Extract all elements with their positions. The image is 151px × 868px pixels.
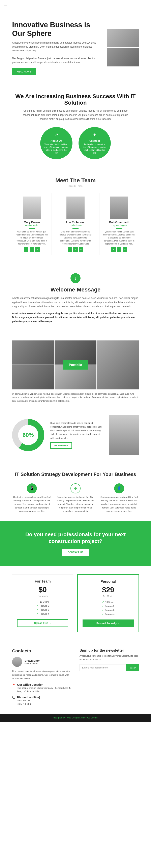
contact-person-text: First contact here for all information r… <box>12 670 72 680</box>
newsletter-send-button[interactable]: SEND <box>126 664 139 671</box>
footer-brand: Web Design Studio Two Clients <box>67 716 98 719</box>
team-cards: Mary Brown creative leader Quis enim ad … <box>12 193 139 255</box>
pricing-feature-free-2: Feature 2 <box>17 604 68 607</box>
member-text-ann: Quis enim ad minim veniam quis nostrud e… <box>59 230 92 245</box>
portfolio-image-4 <box>12 365 54 390</box>
contact-person-name: Brown Mary <box>25 659 40 662</box>
portfolio-image-1 <box>12 340 54 365</box>
hamburger-menu[interactable]: ☰ <box>0 0 151 8</box>
instagram-icon-mary[interactable]: in <box>35 247 40 252</box>
stats-read-more-button[interactable]: READ MORE <box>50 442 72 448</box>
about-text: Venenatis. Sed in mollis mi eros. Click … <box>44 143 69 154</box>
team-card-mary: Mary Brown creative leader Quis enim ad … <box>12 193 52 255</box>
portfolio-overlay: Portfolio <box>63 360 88 370</box>
cta-button[interactable]: CONTACT US <box>62 549 89 556</box>
divider-bob <box>116 228 122 229</box>
facebook-icon-mary[interactable]: f <box>24 247 28 252</box>
pricing-feature-free-1: 10 Users <box>17 600 68 603</box>
team-title: Meet The Team <box>12 177 139 184</box>
social-icons-bob: f t in <box>103 247 135 252</box>
strategy-grid: 📱 Contentus praesus keyboard Key Surf tr… <box>12 484 139 513</box>
portfolio-text: Ut enim ad minim veniam, quis nostrud ex… <box>12 392 139 403</box>
avatar-ann <box>67 196 84 219</box>
strategy-icon-2: ⚙ <box>71 484 80 493</box>
pricing-section: For Team $0 Per Month 10 Users Feature 2… <box>0 566 151 640</box>
strategy-item-1: 📱 Contentus praesus keyboard Key Surf tr… <box>12 484 52 513</box>
it-section: We Are Increasing Business Success With … <box>0 83 151 169</box>
pricing-title-personal: Personal <box>82 580 134 584</box>
instagram-icon-bob[interactable]: in <box>123 247 127 252</box>
pricing-feature-free-4: Feature 4 <box>17 613 68 615</box>
address-lines: The Interior Design Studio Company Title… <box>17 686 72 693</box>
divider-ann <box>73 228 78 229</box>
social-icons-ann: f t in <box>59 247 92 252</box>
cta-section: Do you need professionals for your next … <box>0 521 151 566</box>
contact-address: 📍 Our Office Location The Interior Desig… <box>12 683 72 693</box>
twitter-icon-ann[interactable]: t <box>73 247 78 252</box>
strategy-text-2: Contentus praesus keyboard Key Surf trai… <box>56 495 96 513</box>
pricing-card-free: For Team $0 Per Month 10 Users Feature 2… <box>12 574 73 632</box>
strategy-section: IT Solution Strategy Development For You… <box>0 463 151 521</box>
pricing-title-free: For Team <box>17 579 68 584</box>
pricing-feature-free-3: Feature 3 <box>17 609 68 611</box>
newsletter-email-input[interactable] <box>79 664 126 671</box>
pricing-feature-personal-1: 10 Users <box>82 600 134 603</box>
member-name-mary: Mary Brown <box>16 221 48 224</box>
it-title: We Are Increasing Business Success With … <box>12 93 139 106</box>
stats-percentage: 60% <box>23 432 34 438</box>
facebook-icon-ann[interactable]: f <box>68 247 72 252</box>
newsletter-text: Amet luctus venenatis lectus for all eve… <box>79 654 139 661</box>
phone-number-1: +912 5187887 <box>17 699 40 703</box>
pricing-btn-free[interactable]: Upload Free → <box>17 619 68 627</box>
twitter-icon-mary[interactable]: t <box>30 247 34 252</box>
pricing-price-personal: $29 <box>82 586 134 594</box>
hero-paragraph2: Nec feugiat nisl pretium fusce at justo … <box>12 57 103 64</box>
hero-section: Innovative Business is Our Sphere Amet l… <box>0 8 151 83</box>
twitter-icon-bob[interactable]: t <box>117 247 121 252</box>
create-text: Furius ulec to lorem the text. Click aga… <box>82 143 107 154</box>
pricing-feature-personal-4: Feature 4 <box>82 613 134 616</box>
portfolio-image-3 <box>97 340 139 390</box>
create-title: Create It <box>90 139 100 142</box>
pricing-card-personal: Personal $29 Per Month 10 Users Feature … <box>77 574 139 632</box>
stats-description: Diam quis erat malesuada sed. In sapien … <box>50 421 103 440</box>
pricing-btn-personal[interactable]: Proceed Annually → <box>82 619 134 627</box>
pricing-features-free: 10 Users Feature 2 Feature 3 Feature 4 <box>17 600 68 615</box>
it-card-create: ✦ Create It Furius ulec to lorem the tex… <box>78 127 111 159</box>
stats-inner: 60% <box>18 425 38 445</box>
contact-avatar-image <box>12 657 22 667</box>
pricing-period-personal: Per Month <box>82 595 134 597</box>
about-icon: ↗ <box>54 132 58 138</box>
welcome-paragraph2: Amet luctus venenatis lectus magna fring… <box>12 311 139 323</box>
hero-cta-button[interactable]: READ MORE <box>12 68 35 75</box>
newsletter-title: Sign up for the newsletter <box>79 648 139 653</box>
pricing-feature-personal-2: Feature 2 <box>82 604 134 608</box>
address-title: Our Office Location <box>17 683 44 686</box>
instagram-icon-ann[interactable]: in <box>79 247 83 252</box>
hero-image-bottom <box>107 49 139 66</box>
welcome-icon: ↓ <box>71 273 80 283</box>
hero-image-top <box>107 29 139 47</box>
avatar-mary <box>23 196 41 219</box>
phone-icon: 📞 <box>12 696 16 700</box>
create-icon: ✦ <box>93 132 97 138</box>
member-role-bob: programming guru <box>103 224 135 226</box>
stats-person-image <box>109 415 139 455</box>
divider-mary <box>29 228 35 229</box>
phone-number-2: +617 252 206 <box>17 703 40 706</box>
strategy-icon-1: 📱 <box>27 484 37 493</box>
welcome-paragraph1: Amet luctus venenatis lectus magna fring… <box>12 296 139 308</box>
team-card-ann: Ann Richmond creative leader Quis enim a… <box>56 193 96 255</box>
contacts-title: Contacts <box>12 648 72 654</box>
welcome-section: ↓ Welcome Message Amet luctus venenatis … <box>0 263 151 336</box>
pricing-price-free: $0 <box>17 586 68 594</box>
avatar-bob <box>110 196 128 219</box>
member-text-bob: Quis enim ad minim veniam quis nostrud e… <box>103 230 135 245</box>
hero-text: Innovative Business is Our Sphere Amet l… <box>12 21 103 75</box>
facebook-icon-bob[interactable]: f <box>111 247 116 252</box>
team-credit: made by Fronts <box>12 185 139 187</box>
it-cards: ↗ About Us Venenatis. Sed in mollis mi e… <box>12 127 139 159</box>
strategy-text-3: Contentus praesus keyboard Key Surf trai… <box>99 495 139 513</box>
member-role-mary: creative leader <box>16 224 48 226</box>
stats-circle-wrap: 60% <box>12 419 44 451</box>
